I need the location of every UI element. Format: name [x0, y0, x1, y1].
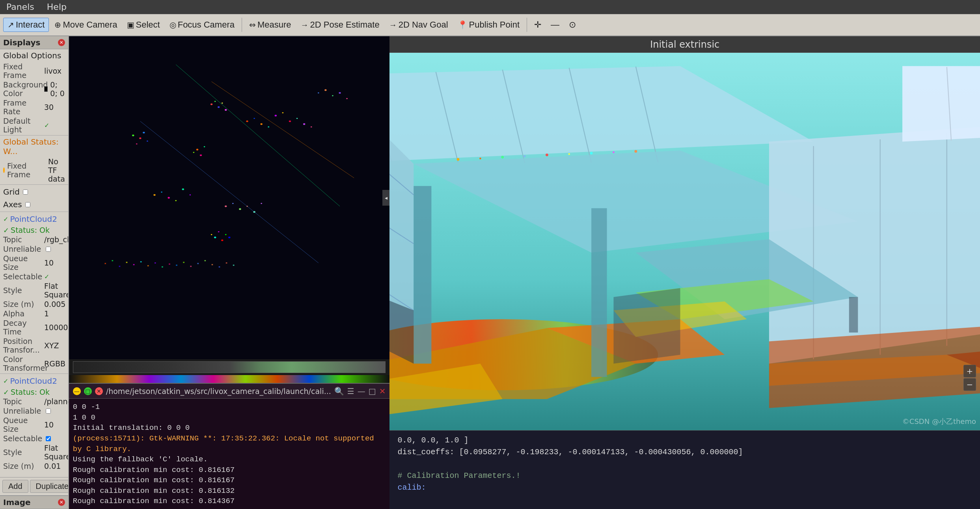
- topic-1-label: Topic: [3, 235, 43, 244]
- unreliable-2-checkbox[interactable]: [46, 409, 51, 414]
- zoom-out-button[interactable]: −: [963, 378, 976, 391]
- image-close-button[interactable]: ✕: [58, 499, 65, 506]
- svg-point-11: [253, 118, 255, 119]
- interact-button[interactable]: ↗ Interact: [3, 18, 49, 32]
- left-panel: Displays ✕ Global Options Fixed Frame li…: [0, 36, 69, 509]
- pointcloud2-2-item[interactable]: ✓ PointCloud2: [0, 375, 68, 387]
- warn-circle-icon: [3, 167, 5, 173]
- svg-rect-98: [592, 208, 607, 377]
- svg-rect-66: [211, 264, 213, 265]
- add-button[interactable]: Add: [2, 480, 28, 493]
- terminal-winctrl-close[interactable]: ✕: [379, 386, 386, 396]
- nav-goal-label: 2D Nav Goal: [399, 20, 448, 30]
- queue-2-value: 10: [44, 420, 54, 429]
- size-1-value: 0.005: [44, 300, 65, 308]
- svg-rect-51: [104, 263, 106, 264]
- terminal-maximize-button[interactable]: □: [84, 387, 92, 395]
- separator-2: [527, 18, 527, 32]
- terminal-body[interactable]: [ INFO] [1690968772.909263359]: Sucessfu…: [69, 399, 390, 509]
- unreliable-1-row: Unreliable: [0, 244, 68, 254]
- global-status-item[interactable]: Global Status: W...: [0, 136, 68, 157]
- selectable-2-checkbox[interactable]: [46, 436, 51, 441]
- status-ok-1-row: ✓ Status: Ok: [0, 225, 68, 235]
- scan-strip-2: [69, 375, 390, 383]
- style-2-row: Style Flat Squares: [0, 443, 68, 461]
- svg-point-19: [311, 126, 312, 128]
- svg-point-44: [147, 141, 148, 142]
- global-options-item[interactable]: Global Options: [0, 49, 68, 62]
- duplicate-button[interactable]: Duplicate: [30, 480, 69, 493]
- publish-point-button[interactable]: 📍 Publish Point: [454, 18, 524, 32]
- terminal-menu-icon[interactable]: ☰: [347, 386, 354, 396]
- svg-point-18: [303, 123, 305, 125]
- pose-estimate-button[interactable]: → 2D Pose Estimate: [297, 18, 384, 32]
- grid-checkbox[interactable]: [23, 189, 28, 195]
- terminal-winctrl-max[interactable]: □: [369, 386, 376, 396]
- color-transform-value: RGBB: [44, 359, 65, 368]
- axes-item[interactable]: Axes: [0, 198, 68, 211]
- panels-menu[interactable]: Panels: [4, 1, 37, 13]
- unreliable-1-label: Unreliable: [3, 245, 43, 253]
- svg-point-17: [296, 118, 298, 119]
- svg-point-100: [480, 158, 482, 160]
- rviz-bottom-bar: [69, 359, 390, 383]
- pc1-check-icon: ✓: [3, 215, 8, 223]
- svg-rect-65: [204, 260, 206, 261]
- terminal-winctrl-min[interactable]: —: [358, 386, 365, 396]
- size-2-label: Size (m): [3, 462, 43, 470]
- extra-btn-3[interactable]: ⊙: [565, 18, 580, 32]
- image-section-header: Image ✕: [0, 495, 68, 509]
- unreliable-1-checkbox[interactable]: [46, 247, 51, 252]
- scroll-right-handle[interactable]: ◂: [382, 190, 389, 206]
- svg-point-2: [214, 101, 216, 102]
- svg-rect-63: [190, 266, 192, 267]
- grid-item[interactable]: Grid: [0, 186, 68, 198]
- displays-close-button[interactable]: ✕: [58, 39, 65, 46]
- zoom-in-button[interactable]: +: [963, 365, 976, 377]
- frame-rate-value: 30: [44, 103, 54, 111]
- right-3d-view[interactable]: ©CSDN @小乙themo + −: [389, 53, 980, 430]
- svg-point-26: [161, 191, 162, 193]
- color-transform-row: Color Transformer RGBB: [0, 355, 68, 373]
- color-scan: [69, 375, 390, 383]
- terminal-minimize-button[interactable]: —: [73, 387, 81, 395]
- display-list[interactable]: Global Options Fixed Frame livox Backgro…: [0, 49, 68, 477]
- selectable-1-label: Selectable: [3, 272, 43, 281]
- move-camera-button[interactable]: ⊕ Move Camera: [50, 18, 121, 32]
- rviz-viewport[interactable]: ◂: [69, 36, 390, 359]
- main-layout: Displays ✕ Global Options Fixed Frame li…: [0, 36, 980, 509]
- pointcloud-visualization: [69, 36, 390, 359]
- selectable-1-check: ✓: [44, 273, 49, 281]
- measure-button[interactable]: ⇔ Measure: [245, 18, 295, 32]
- nav-goal-button[interactable]: → 2D Nav Goal: [385, 18, 452, 32]
- fixed-frame-warn-value: No TF data: [48, 157, 65, 183]
- svg-rect-67: [218, 266, 220, 268]
- svg-point-24: [346, 98, 348, 99]
- global-status-label: Global Status: W...: [3, 137, 59, 156]
- svg-point-47: [143, 132, 145, 133]
- extra-btn-1[interactable]: ✛: [530, 18, 545, 32]
- terminal-close-button[interactable]: ✕: [95, 387, 103, 395]
- focus-camera-button[interactable]: ◎ Focus Camera: [166, 18, 238, 32]
- status-ok-2: Status: Ok: [11, 388, 50, 396]
- svg-point-38: [214, 237, 216, 238]
- axes-checkbox[interactable]: [25, 202, 30, 207]
- svg-point-33: [239, 208, 241, 210]
- data-line-1: 0.0, 0.0, 1.0 ]: [397, 435, 972, 446]
- extra-icon-2: —: [551, 20, 559, 30]
- svg-point-39: [218, 231, 220, 232]
- frame-rate-label: Frame Rate: [3, 98, 43, 116]
- svg-point-104: [568, 153, 570, 155]
- scan-view-1: [73, 361, 386, 373]
- extra-btn-2[interactable]: —: [547, 18, 563, 32]
- select-label: Select: [136, 20, 160, 30]
- pointcloud2-1-item[interactable]: ✓ PointCloud2: [0, 213, 68, 225]
- publish-point-icon: 📍: [458, 20, 468, 30]
- terminal-search-icon[interactable]: 🔍: [334, 386, 344, 396]
- style-1-row: Style Flat Squares: [0, 281, 68, 299]
- terminal-line: Rough calibration min cost: 0.816167: [73, 475, 386, 486]
- help-menu[interactable]: Help: [45, 1, 69, 13]
- select-button[interactable]: ▣ Select: [123, 18, 164, 32]
- divider-1: [0, 135, 68, 136]
- svg-point-46: [136, 143, 138, 145]
